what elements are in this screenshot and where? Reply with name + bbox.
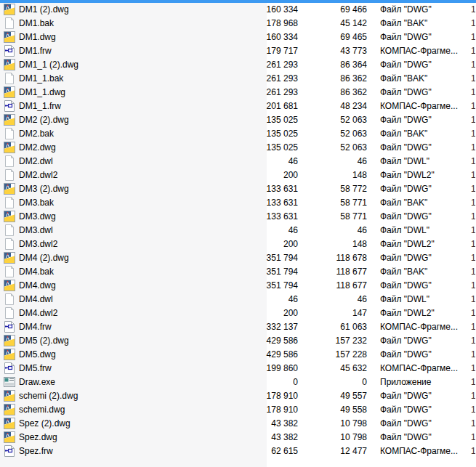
file-type: Файл "BAK": [380, 265, 466, 279]
file-list: DM1 (2).dwg 160 334 69 466 Файл "DWG" 1: [0, 3, 476, 458]
file-row[interactable]: DM1.dwg 160 334 69 465 Файл "DWG" 1: [0, 31, 476, 44]
file-row[interactable]: DM2.dwl 46 46 Файл "DWL" 1: [0, 155, 476, 168]
file-type: Файл "DWG": [380, 389, 466, 403]
file-row[interactable]: DM1_1.frw 201 681 48 234 КОМПАС-Фрагме..…: [0, 100, 476, 113]
file-name: Spez.dwg: [19, 431, 57, 444]
file-type: Файл "DWL": [380, 224, 466, 237]
file-type: Файл "DWG": [380, 431, 466, 444]
file-type-icon: [4, 280, 15, 291]
file-size: 0: [233, 375, 298, 389]
file-packed-size: 118 677: [305, 279, 367, 293]
file-row[interactable]: DM3.dwl 46 46 Файл "DWL" 1: [0, 224, 476, 237]
file-name: DM3.dwl: [19, 224, 53, 237]
clipped-date-column-fragment: 1: [471, 141, 475, 155]
file-row[interactable]: DM4.dwl2 200 147 Файл "DWL2" 1: [0, 306, 476, 320]
application-icon: [4, 376, 15, 388]
file-row[interactable]: DM4.dwl 46 46 Файл "DWL" 1: [0, 293, 476, 306]
file-packed-size: 61 063: [305, 320, 367, 334]
file-name: Draw.exe: [19, 375, 55, 389]
file-packed-size: 148: [305, 168, 367, 182]
file-packed-size: 157 228: [305, 348, 367, 362]
file-row[interactable]: DM5.dwg 429 586 157 228 Файл "DWG" 1: [0, 348, 476, 362]
file-row[interactable]: DM3.bak 133 631 58 771 Файл "BAK" 1: [0, 196, 476, 210]
file-row[interactable]: DM1_1.bak 261 293 86 362 Файл "BAK" 1: [0, 72, 476, 86]
file-row[interactable]: Draw.exe 0 0 Приложение 1: [0, 375, 476, 389]
file-packed-size: 46: [305, 224, 367, 237]
file-packed-size: 157 232: [305, 334, 367, 348]
file-packed-size: 45 142: [305, 17, 367, 31]
file-type: Файл "DWG": [380, 251, 466, 265]
file-row[interactable]: DM4.frw 332 137 61 063 КОМПАС-Фрагме... …: [0, 320, 476, 334]
file-type: КОМПАС-Фрагме...: [380, 100, 466, 113]
file-row[interactable]: DM4.bak 351 794 118 677 Файл "BAK" 1: [0, 265, 476, 279]
file-type: КОМПАС-Фрагме...: [380, 44, 466, 58]
generic-file-icon: [4, 155, 15, 167]
dwg-drawing-file-icon: [4, 418, 15, 429]
file-row[interactable]: DM2.dwg 135 025 52 063 Файл "DWG" 1: [0, 141, 476, 155]
file-size: 178 968: [233, 17, 298, 31]
file-row[interactable]: DM5 (2).dwg 429 586 157 232 Файл "DWG" 1: [0, 334, 476, 348]
file-name: DM1_1.frw: [19, 100, 61, 113]
file-type-icon: [4, 252, 15, 264]
file-size: 135 025: [233, 141, 298, 155]
file-row[interactable]: DM1.bak 178 968 45 142 Файл "BAK" 1: [0, 17, 476, 31]
clipped-date-column-fragment: 1: [471, 86, 475, 100]
clipped-date-column-fragment: 1: [471, 58, 475, 72]
file-type-icon: [4, 45, 15, 57]
file-name: DM3 (2).dwg: [19, 182, 69, 196]
file-row[interactable]: Spez (2).dwg 43 382 10 798 Файл "DWG" 1: [0, 417, 476, 431]
generic-file-icon: [4, 293, 15, 305]
file-packed-size: 45 632: [305, 362, 367, 375]
file-row[interactable]: DM1 (2).dwg 160 334 69 466 Файл "DWG" 1: [0, 3, 476, 17]
file-packed-size: 12 477: [305, 444, 367, 458]
file-type-icon: [4, 390, 15, 402]
file-type-icon: [4, 100, 15, 112]
clipped-date-column-fragment: 1: [471, 279, 475, 293]
file-packed-size: 0: [305, 375, 367, 389]
dwg-drawing-file-icon: [4, 252, 15, 264]
clipped-date-column-fragment: 1: [471, 31, 475, 44]
kompas-fragment-file-icon: [4, 362, 15, 374]
generic-file-icon: [4, 266, 15, 277]
file-row[interactable]: DM4 (2).dwg 351 794 118 678 Файл "DWG" 1: [0, 251, 476, 265]
file-name: DM3.dwl2: [19, 237, 57, 251]
file-row[interactable]: DM4.dwg 351 794 118 677 Файл "DWG" 1: [0, 279, 476, 293]
file-type: Файл "DWL2": [380, 168, 466, 182]
file-row[interactable]: DM3 (2).dwg 133 631 58 772 Файл "DWG" 1: [0, 182, 476, 196]
file-row[interactable]: Spez.dwg 43 382 10 798 Файл "DWG" 1: [0, 431, 476, 444]
dwg-drawing-file-icon: [4, 404, 15, 415]
file-row[interactable]: DM1.frw 179 717 43 773 КОМПАС-Фрагме... …: [0, 44, 476, 58]
file-type-icon: [4, 335, 15, 346]
file-packed-size: 48 234: [305, 100, 367, 113]
file-row[interactable]: DM1_1.dwg 261 293 86 362 Файл "DWG" 1: [0, 86, 476, 100]
clipped-date-column-fragment: 1: [471, 196, 475, 210]
generic-file-icon: [4, 238, 15, 250]
file-row[interactable]: DM2.bak 135 025 52 063 Файл "BAK" 1: [0, 127, 476, 141]
file-row[interactable]: DM3.dwg 133 631 58 771 Файл "DWG" 1: [0, 210, 476, 224]
file-row[interactable]: DM5.frw 199 860 45 632 КОМПАС-Фрагме... …: [0, 362, 476, 375]
file-packed-size: 46: [305, 155, 367, 168]
file-type: Файл "DWG": [380, 182, 466, 196]
file-size: 46: [233, 293, 298, 306]
file-type-icon: [4, 86, 15, 98]
file-type-icon: [4, 73, 15, 84]
file-type: Файл "DWG": [380, 141, 466, 155]
file-row[interactable]: DM1_1 (2).dwg 261 293 86 364 Файл "DWG" …: [0, 58, 476, 72]
file-row[interactable]: DM2 (2).dwg 135 025 52 063 Файл "DWG" 1: [0, 113, 476, 127]
file-row[interactable]: DM3.dwl2 200 148 Файл "DWL2" 1: [0, 237, 476, 251]
file-row[interactable]: schemi.dwg 178 910 49 558 Файл "DWG" 1: [0, 403, 476, 417]
file-name: DM1_1 (2).dwg: [19, 58, 78, 72]
file-row[interactable]: schemi (2).dwg 178 910 49 557 Файл "DWG"…: [0, 389, 476, 403]
file-type: Файл "BAK": [380, 72, 466, 86]
dwg-drawing-file-icon: [4, 86, 15, 98]
file-type: Файл "DWG": [380, 86, 466, 100]
file-row[interactable]: DM2.dwl2 200 148 Файл "DWL2" 1: [0, 168, 476, 182]
file-name: schemi (2).dwg: [19, 389, 78, 403]
file-packed-size: 49 558: [305, 403, 367, 417]
dwg-drawing-file-icon: [4, 59, 15, 70]
file-type-icon: [4, 211, 15, 222]
file-name: DM2.bak: [19, 127, 54, 141]
file-row[interactable]: Spez.frw 62 615 12 477 КОМПАС-Фрагме... …: [0, 444, 476, 458]
clipped-date-column-fragment: 1: [471, 375, 475, 389]
file-name: DM5.frw: [19, 362, 52, 375]
